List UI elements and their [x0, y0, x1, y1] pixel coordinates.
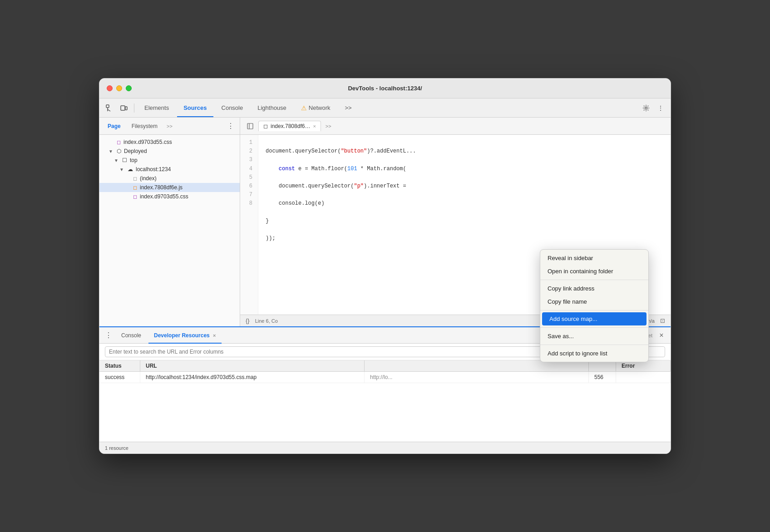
bottom-tabs-menu[interactable]: ⋮ — [103, 330, 114, 341]
line-col-status: Line 6, Co — [255, 318, 278, 324]
top-icon: ☐ — [122, 157, 127, 163]
titlebar: DevTools - localhost:1234/ — [99, 79, 671, 99]
ctx-save-as[interactable]: Save as... — [540, 330, 648, 343]
js-file-icon: ◻ — [133, 185, 137, 191]
table-body: success http://localhost:1234/index.d970… — [99, 372, 671, 442]
tree-item-deployed[interactable]: ▼ ⬡ Deployed — [99, 147, 240, 156]
svg-rect-4 — [125, 107, 127, 110]
sidebar-menu-button[interactable]: ⋮ — [225, 121, 236, 132]
deployed-icon: ⬡ — [117, 148, 121, 154]
device-toggle-icon[interactable] — [118, 102, 130, 114]
toolbar-right: ⋮ — [640, 102, 667, 114]
sidebar-tabs-more[interactable]: >> — [164, 123, 175, 130]
table-row[interactable]: success http://localhost:1234/index.d970… — [99, 372, 671, 383]
ctx-separator-2 — [540, 310, 648, 310]
ctx-add-ignore[interactable]: Add script to ignore list — [540, 347, 648, 360]
tree-arrow-top: ▼ — [114, 158, 119, 163]
svg-line-2 — [108, 109, 110, 111]
maximize-button[interactable] — [126, 85, 132, 91]
editor-tabs: ◻ index.7808df6… × >> — [240, 118, 671, 135]
more-options-icon[interactable]: ⋮ — [654, 102, 667, 114]
devtools-window: DevTools - localhost:1234/ Elements Sour… — [99, 78, 671, 454]
tree-item-top[interactable]: ▼ ☐ top — [99, 156, 240, 165]
cell-url: http://localhost:1234/index.d9703d55.css… — [140, 372, 365, 383]
sidebar-toggle-icon[interactable] — [244, 120, 257, 133]
tree-item-index[interactable]: ◻ (index) — [99, 174, 240, 183]
file-icon-index: ◻ — [133, 176, 137, 182]
ctx-copy-link[interactable]: Copy link address — [540, 282, 648, 295]
css-file-icon: ◻ — [117, 139, 121, 145]
ctx-copy-name[interactable]: Copy file name — [540, 295, 648, 308]
file-tab-label: index.7808df6… — [271, 123, 310, 129]
settings-icon[interactable] — [640, 102, 652, 114]
tree-item-css[interactable]: ◻ index.d9703d55.css — [99, 192, 240, 201]
svg-point-5 — [645, 107, 647, 109]
svg-rect-6 — [247, 123, 253, 129]
bottom-tab-console[interactable]: Console — [116, 330, 147, 340]
line-numbers: 1 2 3 4 5 6 7 8 — [240, 135, 258, 315]
tab-elements[interactable]: Elements — [138, 102, 175, 114]
warning-icon: ⚠ — [301, 104, 307, 112]
cell-error — [616, 372, 671, 383]
bottom-tab-close[interactable]: × — [213, 333, 216, 338]
svg-rect-0 — [106, 105, 109, 108]
css-file-icon-2: ◻ — [133, 194, 137, 200]
ctx-open-folder[interactable]: Open in containing folder — [540, 265, 648, 278]
bottom-tab-dev-resources[interactable]: Developer Resources × — [148, 330, 222, 340]
context-menu: Reveal in sidebar Open in containing fol… — [540, 249, 649, 362]
sidebar-tab-page[interactable]: Page — [103, 121, 125, 131]
minimize-button[interactable] — [116, 85, 122, 91]
ctx-separator-4 — [540, 345, 648, 345]
pretty-print-icon[interactable]: {} — [246, 317, 250, 324]
tree-arrow-localhost: ▼ — [119, 167, 125, 172]
resource-count: 1 resource — [105, 445, 128, 451]
file-tab-icon: ◻ — [263, 123, 268, 129]
tab-more[interactable]: >> — [339, 102, 358, 114]
ctx-reveal-sidebar[interactable]: Reveal in sidebar — [540, 251, 648, 265]
window-title: DevTools - localhost:1234/ — [348, 85, 422, 92]
screenshot-icon[interactable]: ⊡ — [660, 317, 665, 324]
tree-arrow-deployed: ▼ — [109, 149, 114, 154]
ctx-separator-1 — [540, 280, 648, 280]
close-button[interactable] — [107, 85, 113, 91]
tab-lighthouse[interactable]: Lighthouse — [251, 102, 293, 114]
tab-sources[interactable]: Sources — [177, 102, 213, 114]
cell-status: success — [99, 372, 140, 383]
cell-num: 556 — [589, 372, 616, 383]
tree-item-localhost[interactable]: ▼ ☁ localhost:1234 — [99, 165, 240, 174]
editor-file-tab[interactable]: ◻ index.7808df6… × — [258, 121, 321, 131]
sources-sidebar: Page Filesystem >> ⋮ ◻ index.d9703d55.cs… — [99, 118, 240, 326]
tree-item-css-top[interactable]: ◻ index.d9703d55.css — [99, 138, 240, 147]
bottom-status-bar: 1 resource — [99, 442, 671, 453]
inspect-element-icon[interactable] — [103, 102, 116, 114]
ctx-separator-3 — [540, 327, 648, 328]
tree-item-js[interactable]: ◻ index.7808df6e.js — [99, 183, 240, 192]
svg-rect-3 — [121, 106, 125, 110]
toolbar-separator — [134, 103, 134, 113]
tab-network[interactable]: ⚠ Network — [295, 102, 337, 114]
bottom-panel-close[interactable]: × — [656, 330, 667, 341]
ctx-add-source-map[interactable]: Add source map... — [542, 312, 647, 325]
cell-url2: http://lo... — [365, 372, 589, 383]
main-content: Page Filesystem >> ⋮ ◻ index.d9703d55.cs… — [99, 118, 671, 326]
editor-area: ◻ index.7808df6… × >> 1 2 3 4 5 6 7 8 do… — [240, 118, 671, 326]
col-header-status: Status — [99, 360, 140, 371]
col-header-url: URL — [140, 360, 365, 371]
editor-tabs-more[interactable]: >> — [323, 123, 334, 130]
file-tree: ◻ index.d9703d55.css ▼ ⬡ Deployed ▼ ☐ to… — [99, 135, 240, 326]
sidebar-tab-filesystem[interactable]: Filesystem — [127, 121, 162, 131]
tab-console[interactable]: Console — [215, 102, 250, 114]
sidebar-tabs: Page Filesystem >> ⋮ — [99, 118, 240, 135]
file-tab-close[interactable]: × — [313, 123, 316, 129]
cloud-icon: ☁ — [128, 166, 133, 172]
main-toolbar: Elements Sources Console Lighthouse ⚠ Ne… — [99, 99, 671, 118]
traffic-lights — [107, 85, 132, 91]
